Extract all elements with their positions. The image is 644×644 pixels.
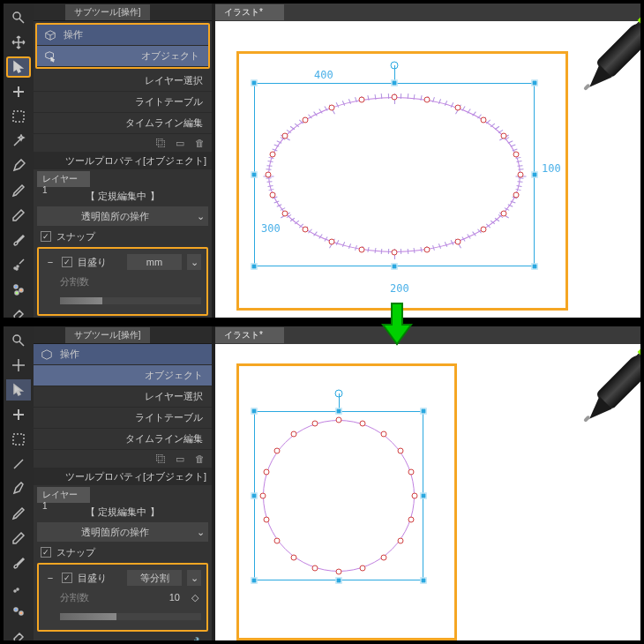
wand-icon[interactable] <box>6 131 31 152</box>
chevron-down-icon[interactable]: ⌄ <box>187 254 201 270</box>
timeline-edit-subtool[interactable]: タイムライン編集 <box>34 113 212 134</box>
trash-icon[interactable]: 🗑 <box>192 136 206 150</box>
resize-handle-l[interactable] <box>251 493 258 499</box>
transparent-operation-combo[interactable]: 透明箇所の操作⌄ <box>37 206 208 226</box>
cube-icon <box>39 347 55 363</box>
checkmark-icon[interactable]: ✓ <box>62 573 72 583</box>
magnifier-icon[interactable] <box>6 330 31 351</box>
move-icon[interactable] <box>6 355 31 376</box>
subdivisions-slider[interactable] <box>60 297 201 304</box>
magnifier-icon[interactable] <box>6 7 31 28</box>
svg-line-10 <box>19 341 24 346</box>
new-icon[interactable]: ▭ <box>173 452 187 466</box>
object-subtool[interactable]: オブジェクト <box>37 46 208 67</box>
collapse-icon[interactable]: − <box>44 573 56 583</box>
copy-icon[interactable]: ⿻ <box>154 136 168 150</box>
scale-settings-box: − ✓ 目盛り mm ⌄ 分割数 <box>37 247 208 316</box>
object-subtool[interactable]: オブジェクト <box>34 365 212 386</box>
ruler-editing-label: 【 定規編集中 】 <box>34 187 212 205</box>
snap-checkbox-row[interactable]: ✓スナップ <box>34 228 212 245</box>
move-icon[interactable] <box>6 32 31 53</box>
operation-group[interactable]: 操作 <box>34 344 212 365</box>
subdivisions-label: 分割数 <box>44 275 161 288</box>
light-table-subtool[interactable]: ライトテーブル <box>34 408 212 429</box>
wand-icon[interactable] <box>6 453 31 475</box>
document-tab[interactable]: イラスト* <box>215 4 284 20</box>
canvas-area: イラスト* <box>215 326 640 640</box>
svg-point-5 <box>16 268 18 270</box>
new-icon[interactable]: ▭ <box>173 136 187 150</box>
scale-settings-box: − ✓ 目盛り 等分割 ⌄ 分割数 10 ◇ <box>37 563 208 632</box>
move-layer-icon[interactable] <box>6 404 31 425</box>
resize-handle-br[interactable] <box>421 578 427 584</box>
toolprop-tab[interactable]: ツールプロパティ[オブジェクト] <box>65 154 206 168</box>
copy-icon[interactable]: ⿻ <box>154 452 168 466</box>
resize-handle-b[interactable] <box>336 578 342 584</box>
resize-handle-tr[interactable] <box>421 408 427 415</box>
document-tab[interactable]: イラスト* <box>215 327 284 343</box>
pencil-icon[interactable] <box>6 205 31 226</box>
checkmark-icon[interactable]: ✓ <box>62 257 72 267</box>
cube-icon <box>42 27 58 43</box>
move-layer-icon[interactable] <box>6 81 31 102</box>
subtool-tab[interactable]: サブツール[操作] <box>65 327 150 343</box>
spinner-icon[interactable]: ◇ <box>189 592 201 603</box>
resize-handle-tl[interactable] <box>251 408 258 415</box>
layer-tab[interactable]: レイヤー 1 <box>37 487 90 503</box>
decoration-icon[interactable] <box>6 279 31 300</box>
subdivisions-slider[interactable] <box>60 613 201 620</box>
marquee-icon[interactable] <box>6 429 31 450</box>
airbrush-icon[interactable] <box>6 254 31 275</box>
subtool-panel: サブツール[操作] 操作 オブジェクト レイヤー選択 ライトテーブル タイムライ… <box>34 326 212 640</box>
light-table-subtool[interactable]: ライトテーブル <box>34 92 212 113</box>
collapse-icon[interactable]: − <box>44 257 56 267</box>
subdivisions-label: 分割数 <box>44 591 143 604</box>
resize-handle-bl[interactable] <box>251 578 258 584</box>
svg-rect-2 <box>13 111 24 122</box>
layer-tab[interactable]: レイヤー 1 <box>37 171 90 187</box>
brush-icon[interactable] <box>6 552 31 573</box>
scale-label: 目盛り <box>78 572 122 585</box>
canvas[interactable] <box>215 344 640 640</box>
scale-unit[interactable]: mm <box>127 254 182 270</box>
ruler-editing-label: 【 定規編集中 】 <box>34 503 212 520</box>
ruler-circle[interactable] <box>263 420 415 572</box>
layer-select-subtool[interactable]: レイヤー選択 <box>34 71 212 92</box>
resize-handle-t[interactable] <box>336 408 342 415</box>
trash-icon[interactable]: 🗑 <box>192 452 206 466</box>
pencil-icon[interactable] <box>6 528 31 549</box>
svg-point-13 <box>17 588 19 590</box>
resize-handle-r[interactable] <box>421 493 427 499</box>
pen-icon[interactable] <box>6 180 31 201</box>
decoration-icon[interactable] <box>6 602 31 623</box>
marquee-icon[interactable] <box>6 106 31 127</box>
transparent-operation-combo[interactable]: 透明箇所の操作⌄ <box>37 522 208 542</box>
pen-icon[interactable] <box>6 503 31 524</box>
chevron-down-icon[interactable]: ⌄ <box>187 570 201 586</box>
toolprop-tab[interactable]: ツールプロパティ[オブジェクト] <box>65 470 206 483</box>
operation-group[interactable]: 操作 <box>37 25 208 46</box>
eyedropper-icon[interactable] <box>6 155 31 176</box>
scale-unit[interactable]: 等分割 <box>127 570 182 586</box>
eyedropper-icon[interactable] <box>6 478 31 499</box>
svg-point-12 <box>14 590 16 592</box>
canvas-area: イラスト* 400 100 200 300 <box>215 4 640 318</box>
operation-tool-icon[interactable] <box>6 379 31 401</box>
subtool-tab[interactable]: サブツール[操作] <box>65 4 150 20</box>
brush-icon[interactable] <box>6 229 31 251</box>
canvas[interactable]: 400 100 200 300 <box>215 21 640 318</box>
airbrush-icon[interactable] <box>6 577 31 598</box>
wrench-icon[interactable]: 🔧 <box>192 635 206 642</box>
svg-point-9 <box>13 335 20 342</box>
timeline-edit-subtool[interactable]: タイムライン編集 <box>34 429 212 450</box>
eraser-icon[interactable] <box>6 303 31 319</box>
subdivisions-value[interactable]: 10 <box>148 592 183 603</box>
svg-point-7 <box>19 288 23 292</box>
operation-tool-icon[interactable] <box>6 56 31 78</box>
tool-column <box>4 326 34 640</box>
snap-checkbox-row[interactable]: ✓スナップ <box>34 543 212 561</box>
svg-point-14 <box>14 608 18 611</box>
layer-select-subtool[interactable]: レイヤー選択 <box>34 386 212 408</box>
tool-column <box>4 4 34 318</box>
eraser-icon[interactable] <box>6 626 31 642</box>
